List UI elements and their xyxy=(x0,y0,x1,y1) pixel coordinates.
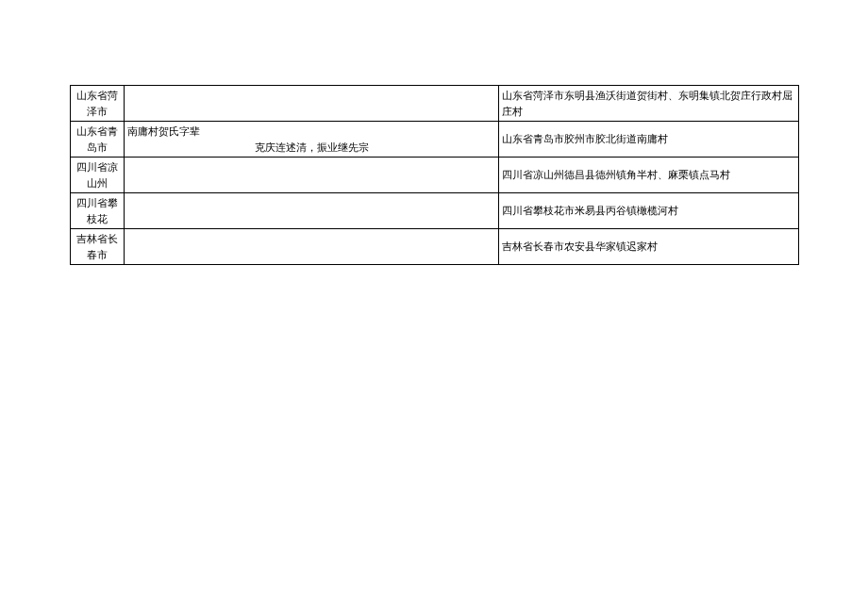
table-row: 四川省攀枝花 四川省攀枝花市米易县丙谷镇橄榄河村 xyxy=(71,193,799,229)
middle-line2: 克庆连述清，振业继先宗 xyxy=(127,140,495,156)
region-cell: 山东省菏泽市 xyxy=(71,86,125,122)
middle-cell xyxy=(125,158,499,193)
middle-cell: 南庸村贺氏字辈 克庆连述清，振业继先宗 xyxy=(125,122,499,158)
middle-cell xyxy=(125,86,499,122)
location-cell: 山东省菏泽市东明县渔沃街道贺街村、东明集镇北贺庄行政村屈庄村 xyxy=(499,86,799,122)
location-cell: 山东省青岛市胶州市胶北街道南庸村 xyxy=(499,122,799,158)
region-cell: 山东省青岛市 xyxy=(71,122,125,158)
location-cell: 四川省凉山州德昌县德州镇角半村、麻栗镇点马村 xyxy=(499,158,799,193)
table-row: 山东省青岛市 南庸村贺氏字辈 克庆连述清，振业继先宗 山东省青岛市胶州市胶北街道… xyxy=(71,122,799,158)
middle-cell xyxy=(125,229,499,265)
table-row: 吉林省长春市 吉林省长春市农安县华家镇迟家村 xyxy=(71,229,799,265)
table-row: 山东省菏泽市 山东省菏泽市东明县渔沃街道贺街村、东明集镇北贺庄行政村屈庄村 xyxy=(71,86,799,122)
middle-cell xyxy=(125,193,499,229)
region-cell: 四川省攀枝花 xyxy=(71,193,125,229)
location-cell: 四川省攀枝花市米易县丙谷镇橄榄河村 xyxy=(499,193,799,229)
middle-line1: 南庸村贺氏字辈 xyxy=(127,124,495,140)
location-cell: 吉林省长春市农安县华家镇迟家村 xyxy=(499,229,799,265)
table-row: 四川省凉山州 四川省凉山州德昌县德州镇角半村、麻栗镇点马村 xyxy=(71,158,799,193)
data-table: 山东省菏泽市 山东省菏泽市东明县渔沃街道贺街村、东明集镇北贺庄行政村屈庄村 山东… xyxy=(70,85,799,265)
region-cell: 吉林省长春市 xyxy=(71,229,125,265)
region-cell: 四川省凉山州 xyxy=(71,158,125,193)
